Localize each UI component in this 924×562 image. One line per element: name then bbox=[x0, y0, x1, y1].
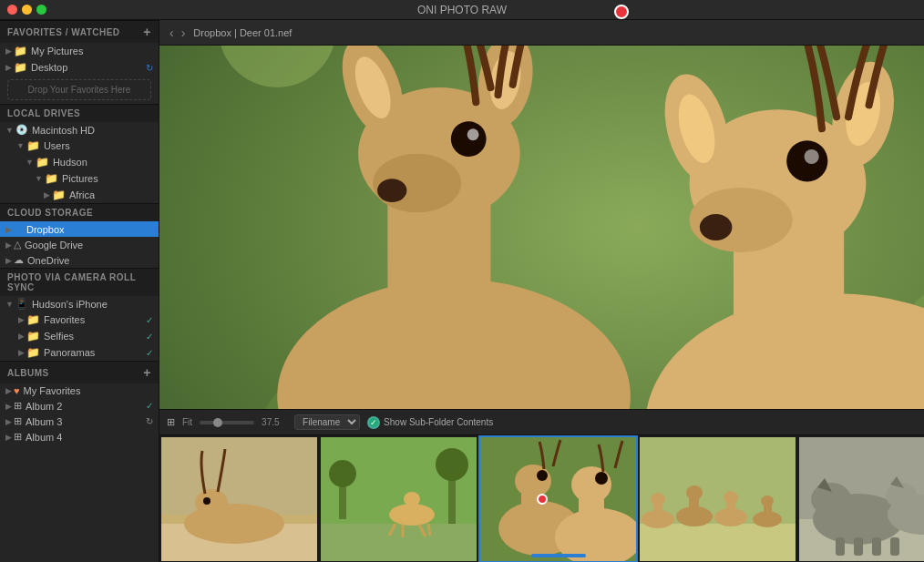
grid-view-icon[interactable]: ⊞ bbox=[167, 416, 175, 428]
chevron-icon: ▶ bbox=[5, 240, 12, 250]
maximize-button[interactable] bbox=[36, 5, 46, 15]
svg-rect-77 bbox=[836, 537, 845, 556]
sidebar-item-desktop[interactable]: ▶ 📁 Desktop ↻ bbox=[0, 59, 159, 76]
forward-button[interactable]: › bbox=[179, 26, 189, 40]
svg-point-52 bbox=[537, 470, 548, 481]
filmstrip-thumb-4[interactable] bbox=[638, 435, 797, 562]
svg-point-70 bbox=[761, 496, 774, 506]
subfolder-toggle[interactable]: ✓ Show Sub-Folder Contents bbox=[367, 416, 493, 429]
folder-icon: 📁 bbox=[14, 61, 27, 74]
chevron-icon: ▶ bbox=[5, 225, 12, 234]
minimize-button[interactable] bbox=[22, 5, 32, 15]
thumb-2-svg bbox=[321, 437, 478, 562]
main-layout: FAVORITES / WATCHED + ▶ 📁 My Pictures ▶ … bbox=[0, 20, 924, 562]
filmstrip bbox=[159, 434, 924, 562]
chevron-icon: ▶ bbox=[18, 332, 25, 341]
sync-icon: ↻ bbox=[146, 63, 153, 73]
filmstrip-scroll-indicator bbox=[531, 554, 586, 557]
sidebar-item-my-favorites-album[interactable]: ▶ ♥ My Favorites bbox=[0, 383, 159, 398]
svg-rect-58 bbox=[640, 524, 797, 562]
nav-arrows[interactable]: ‹ › bbox=[167, 26, 188, 40]
svg-point-23 bbox=[805, 149, 819, 164]
chevron-icon: ▶ bbox=[5, 417, 12, 426]
svg-line-43 bbox=[428, 524, 430, 536]
close-button[interactable] bbox=[7, 5, 17, 15]
thumb-4-svg bbox=[640, 437, 797, 562]
fit-label: Fit bbox=[182, 417, 192, 427]
app-title: ONI PHOTO RAW bbox=[417, 4, 507, 16]
navigation-bar: ‹ › Dropbox | Deer 01.nef 1 Selected | 2… bbox=[159, 20, 924, 46]
sort-select[interactable]: Filename Date Size Rating bbox=[294, 414, 360, 430]
svg-point-33 bbox=[195, 489, 228, 516]
sync-icon: ✓ bbox=[146, 401, 153, 411]
sidebar-item-macintosh-hd[interactable]: ▼ 💿 Macintosh HD bbox=[0, 122, 159, 138]
svg-point-47 bbox=[436, 448, 468, 481]
sidebar-item-phone-favorites[interactable]: ▶ 📁 Favorites ✓ bbox=[0, 312, 159, 328]
chevron-icon: ▼ bbox=[35, 174, 43, 183]
phone-icon: 📱 bbox=[15, 298, 28, 310]
annotation-dot-top[interactable] bbox=[614, 5, 629, 19]
window-controls[interactable] bbox=[7, 5, 46, 15]
svg-point-11 bbox=[451, 121, 487, 157]
filmstrip-thumb-3[interactable] bbox=[478, 435, 638, 562]
gdrive-icon: △ bbox=[14, 239, 21, 250]
folder-icon: 📁 bbox=[26, 346, 40, 359]
camera-roll-section-header: PHOTO VIA CAMERA ROLL SYNC bbox=[0, 268, 159, 296]
center-content: ‹ › Dropbox | Deer 01.nef 1 Selected | 2… bbox=[159, 20, 924, 562]
svg-rect-79 bbox=[872, 537, 881, 556]
thumb-5-svg bbox=[799, 437, 924, 562]
sidebar-item-users[interactable]: ▼ 📁 Users bbox=[0, 138, 159, 154]
chevron-icon: ▼ bbox=[26, 158, 34, 167]
sidebar-item-album4[interactable]: ▶ ⊞ Album 4 bbox=[0, 429, 159, 444]
folder-icon: 📁 bbox=[52, 189, 66, 201]
chevron-icon: ▶ bbox=[44, 190, 50, 199]
drive-icon: 💿 bbox=[15, 124, 28, 136]
title-bar: ONI PHOTO RAW bbox=[0, 0, 924, 20]
dropbox-icon: ❑ bbox=[14, 223, 23, 235]
album-icon: ⊞ bbox=[14, 400, 22, 412]
chevron-icon: ▼ bbox=[16, 141, 25, 150]
filmstrip-thumb-5[interactable] bbox=[797, 435, 924, 562]
main-photo-svg bbox=[159, 46, 924, 409]
svg-point-39 bbox=[404, 492, 420, 506]
add-favorites-button[interactable]: + bbox=[143, 25, 151, 39]
main-photo-background bbox=[159, 46, 924, 409]
subfolder-check-indicator[interactable]: ✓ bbox=[367, 416, 380, 429]
filmstrip-thumb-2[interactable] bbox=[319, 435, 478, 562]
sync-icon: ✓ bbox=[146, 332, 153, 342]
sidebar-item-my-pictures[interactable]: ▶ 📁 My Pictures bbox=[0, 43, 159, 59]
filmstrip-thumb-1[interactable] bbox=[159, 435, 319, 562]
svg-point-75 bbox=[811, 483, 851, 516]
chevron-icon: ▶ bbox=[18, 315, 25, 324]
chevron-icon: ▶ bbox=[5, 402, 12, 411]
chevron-icon: ▶ bbox=[5, 63, 12, 72]
chevron-icon: ▼ bbox=[5, 300, 14, 309]
sidebar-item-google-drive[interactable]: ▶ △ Google Drive bbox=[0, 237, 159, 252]
sidebar-item-africa[interactable]: ▶ 📁 Africa bbox=[0, 187, 159, 203]
zoom-value: 37.5 bbox=[262, 417, 287, 427]
photo-view-area bbox=[159, 46, 924, 409]
sidebar-item-hudson[interactable]: ▼ 📁 Hudson bbox=[0, 154, 159, 170]
add-album-button[interactable]: + bbox=[143, 365, 151, 380]
sync-icon: ✓ bbox=[146, 315, 153, 325]
sidebar-item-onedrive[interactable]: ▶ ☁ OneDrive bbox=[0, 252, 159, 268]
sidebar-item-iphone[interactable]: ▼ 📱 Hudson's iPhone bbox=[0, 296, 159, 312]
thumb-3-svg bbox=[480, 437, 638, 562]
back-button[interactable]: ‹ bbox=[167, 26, 177, 40]
annotation-dot-thumb3[interactable] bbox=[537, 494, 548, 505]
sidebar-item-panoramas[interactable]: ▶ 📁 Panoramas ✓ bbox=[0, 344, 159, 361]
svg-point-21 bbox=[700, 214, 733, 240]
folder-icon: 📁 bbox=[36, 156, 49, 169]
sidebar-item-pictures[interactable]: ▼ 📁 Pictures bbox=[0, 170, 159, 187]
sidebar-item-album3[interactable]: ▶ ⊞ Album 3 ↻ bbox=[0, 414, 159, 429]
favorites-drop-zone: Drop Your Favorites Here bbox=[7, 79, 151, 100]
chevron-icon: ▶ bbox=[5, 46, 12, 56]
sidebar-item-dropbox[interactable]: ▶ ❑ Dropbox bbox=[0, 221, 159, 237]
bottom-toolbar: ⊞ Fit 37.5 Filename Date Size Rating ✓ S… bbox=[159, 409, 924, 434]
sidebar-item-album2[interactable]: ▶ ⊞ Album 2 ✓ bbox=[0, 398, 159, 414]
sidebar-item-selfies[interactable]: ▶ 📁 Selfies ✓ bbox=[0, 328, 159, 344]
album-icon: ⊞ bbox=[14, 415, 22, 427]
svg-point-56 bbox=[595, 472, 608, 485]
svg-rect-80 bbox=[890, 537, 899, 556]
zoom-slider[interactable] bbox=[200, 421, 254, 424]
